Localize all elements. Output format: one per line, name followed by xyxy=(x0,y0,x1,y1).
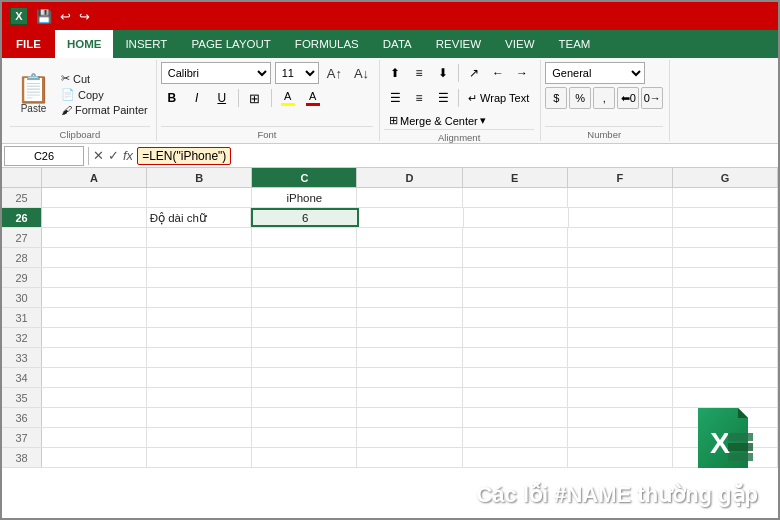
align-middle-button[interactable]: ≡ xyxy=(408,62,430,84)
cell-e25[interactable] xyxy=(463,188,568,207)
col-header-e[interactable]: E xyxy=(463,168,568,187)
cell-e30[interactable] xyxy=(463,288,568,307)
cell-a33[interactable] xyxy=(42,348,147,367)
col-header-b[interactable]: B xyxy=(147,168,252,187)
col-header-a[interactable]: A xyxy=(42,168,147,187)
tab-pagelayout[interactable]: PAGE LAYOUT xyxy=(179,30,282,58)
text-direction-button[interactable]: ↗ xyxy=(463,62,485,84)
cell-c37[interactable] xyxy=(252,428,357,447)
tab-view[interactable]: VIEW xyxy=(493,30,546,58)
dollar-button[interactable]: $ xyxy=(545,87,567,109)
cell-b35[interactable] xyxy=(147,388,252,407)
tab-team[interactable]: TEAM xyxy=(547,30,603,58)
font-color-button[interactable]: A xyxy=(302,87,324,109)
col-header-f[interactable]: F xyxy=(568,168,673,187)
highlight-color-button[interactable]: A xyxy=(277,87,299,109)
tab-insert[interactable]: INSERT xyxy=(113,30,179,58)
cell-d32[interactable] xyxy=(357,328,462,347)
cell-b25[interactable] xyxy=(147,188,252,207)
cell-e33[interactable] xyxy=(463,348,568,367)
copy-button[interactable]: 📄 Copy xyxy=(59,87,150,102)
cell-c32[interactable] xyxy=(252,328,357,347)
cell-f30[interactable] xyxy=(568,288,673,307)
cell-c31[interactable] xyxy=(252,308,357,327)
cell-d27[interactable] xyxy=(357,228,462,247)
cell-a35[interactable] xyxy=(42,388,147,407)
tab-file[interactable]: FILE xyxy=(2,30,55,58)
cell-f36[interactable] xyxy=(568,408,673,427)
cell-g25[interactable] xyxy=(673,188,778,207)
align-bottom-button[interactable]: ⬇ xyxy=(432,62,454,84)
format-painter-button[interactable]: 🖌 Format Painter xyxy=(59,103,150,117)
cell-g30[interactable] xyxy=(673,288,778,307)
cell-d31[interactable] xyxy=(357,308,462,327)
cell-a26[interactable] xyxy=(42,208,147,227)
tab-review[interactable]: REVIEW xyxy=(424,30,493,58)
cell-d28[interactable] xyxy=(357,248,462,267)
cell-e26[interactable] xyxy=(464,208,569,227)
tab-data[interactable]: DATA xyxy=(371,30,424,58)
cell-g32[interactable] xyxy=(673,328,778,347)
cell-d38[interactable] xyxy=(357,448,462,467)
italic-button[interactable]: I xyxy=(186,87,208,109)
indent-increase-button[interactable]: → xyxy=(511,62,533,84)
cell-g29[interactable] xyxy=(673,268,778,287)
undo-button[interactable]: ↩ xyxy=(58,7,73,26)
cell-c27[interactable] xyxy=(252,228,357,247)
cell-b38[interactable] xyxy=(147,448,252,467)
cell-f29[interactable] xyxy=(568,268,673,287)
cell-c29[interactable] xyxy=(252,268,357,287)
cell-g28[interactable] xyxy=(673,248,778,267)
cell-e28[interactable] xyxy=(463,248,568,267)
cell-b34[interactable] xyxy=(147,368,252,387)
bold-button[interactable]: B xyxy=(161,87,183,109)
cell-c26[interactable]: 6 xyxy=(251,208,359,227)
tab-formulas[interactable]: FORMULAS xyxy=(283,30,371,58)
cell-b33[interactable] xyxy=(147,348,252,367)
cell-f37[interactable] xyxy=(568,428,673,447)
cell-f26[interactable] xyxy=(569,208,674,227)
font-name-select[interactable]: Calibri xyxy=(161,62,271,84)
paste-button[interactable]: 📋 Paste xyxy=(10,62,57,126)
comma-button[interactable]: , xyxy=(593,87,615,109)
cell-c28[interactable] xyxy=(252,248,357,267)
cell-g31[interactable] xyxy=(673,308,778,327)
cell-c36[interactable] xyxy=(252,408,357,427)
wrap-text-button[interactable]: ↵ Wrap Text xyxy=(463,90,534,107)
cell-b30[interactable] xyxy=(147,288,252,307)
cell-f32[interactable] xyxy=(568,328,673,347)
align-top-button[interactable]: ⬆ xyxy=(384,62,406,84)
decrease-font-button[interactable]: A↓ xyxy=(350,64,373,83)
cell-a27[interactable] xyxy=(42,228,147,247)
decrease-decimal-button[interactable]: ⬅0 xyxy=(617,87,639,109)
increase-font-button[interactable]: A↑ xyxy=(323,64,346,83)
cell-d35[interactable] xyxy=(357,388,462,407)
indent-decrease-button[interactable]: ← xyxy=(487,62,509,84)
align-left-button[interactable]: ☰ xyxy=(384,87,406,109)
cell-c33[interactable] xyxy=(252,348,357,367)
cell-d29[interactable] xyxy=(357,268,462,287)
cut-button[interactable]: ✂ Cut xyxy=(59,71,150,86)
name-box[interactable] xyxy=(4,146,84,166)
col-header-c[interactable]: C xyxy=(252,168,357,187)
cell-e29[interactable] xyxy=(463,268,568,287)
cell-f25[interactable] xyxy=(568,188,673,207)
cell-a34[interactable] xyxy=(42,368,147,387)
cell-c25[interactable]: iPhone xyxy=(252,188,357,207)
border-button[interactable]: ⊞ xyxy=(244,87,266,109)
cell-b28[interactable] xyxy=(147,248,252,267)
cell-f34[interactable] xyxy=(568,368,673,387)
percent-button[interactable]: % xyxy=(569,87,591,109)
cell-b27[interactable] xyxy=(147,228,252,247)
cell-c34[interactable] xyxy=(252,368,357,387)
cell-d34[interactable] xyxy=(357,368,462,387)
cell-g27[interactable] xyxy=(673,228,778,247)
cell-d33[interactable] xyxy=(357,348,462,367)
cell-b31[interactable] xyxy=(147,308,252,327)
cell-c30[interactable] xyxy=(252,288,357,307)
formula-display[interactable]: =LEN("iPhone") xyxy=(137,147,231,165)
cell-a32[interactable] xyxy=(42,328,147,347)
cell-f33[interactable] xyxy=(568,348,673,367)
cell-d30[interactable] xyxy=(357,288,462,307)
formula-cancel-icon[interactable]: ✕ xyxy=(93,148,104,163)
